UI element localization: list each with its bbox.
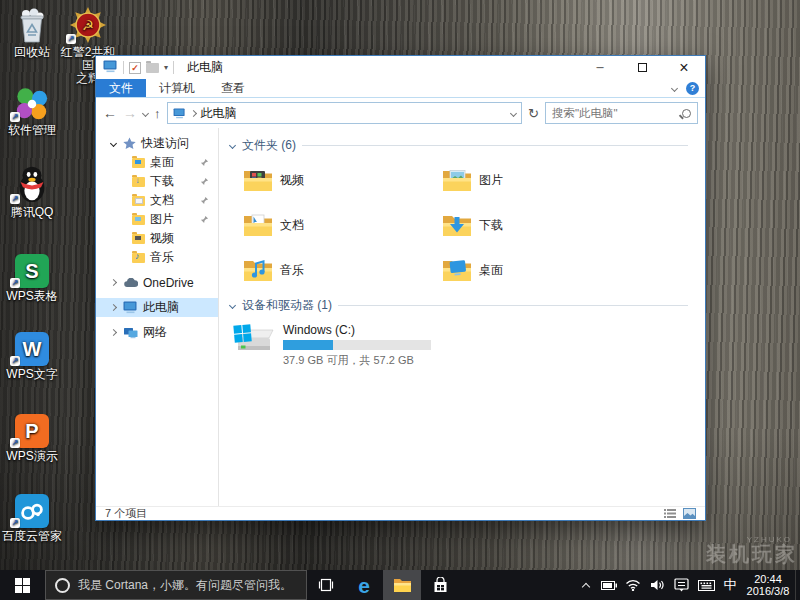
sidebar-item-this-pc[interactable]: 此电脑 [96, 298, 218, 317]
sidebar-item-documents[interactable]: 文档 [96, 191, 218, 210]
drive-tile-windows-c[interactable]: Windows (C:) 37.9 GB 可用，共 57.2 GB [233, 322, 705, 368]
group-rule [302, 145, 688, 146]
clock[interactable]: 20:44 2016/3/8 [741, 570, 795, 600]
battery-button[interactable] [597, 570, 621, 600]
shortcut-arrow-icon [66, 34, 76, 44]
address-bar: ← → ↑ 此电脑 ↻ [96, 98, 705, 128]
start-button[interactable] [0, 570, 45, 600]
this-pc-icon [173, 108, 186, 119]
group-collapse-icon[interactable] [229, 142, 236, 149]
ime-indicator[interactable]: 中 [719, 570, 741, 600]
folder-tile-desktop[interactable]: 桌面 [442, 248, 641, 293]
sidebar-item-quick-access[interactable]: 快速访问 [96, 134, 218, 153]
title-bar[interactable]: ▾ 此电脑 ─ × [96, 56, 705, 79]
keyboard-icon [698, 580, 715, 591]
sidebar-item-music[interactable]: 音乐 [96, 248, 218, 267]
sidebar-item-network[interactable]: 网络 [96, 323, 218, 342]
maximize-button[interactable] [621, 56, 663, 79]
minimize-button[interactable]: ─ [579, 56, 621, 79]
address-dropdown-icon[interactable] [510, 109, 517, 116]
quick-access-star-icon [123, 137, 136, 150]
desktop-icon-label: 软件管理 [1, 124, 63, 137]
group-header-devices[interactable]: 设备和驱动器 (1) [219, 297, 705, 314]
folder-tile-music[interactable]: 音乐 [243, 248, 442, 293]
action-center-button[interactable] [669, 570, 693, 600]
sidebar-item-pictures[interactable]: 图片 [96, 210, 218, 229]
chevron-right-icon[interactable] [109, 329, 116, 336]
breadcrumb-location[interactable]: 此电脑 [201, 105, 237, 122]
help-icon[interactable]: ? [686, 82, 699, 95]
forward-icon: → [123, 106, 137, 120]
volume-button[interactable] [645, 570, 669, 600]
windows-logo-icon [15, 578, 30, 593]
chevron-right-icon[interactable] [109, 279, 116, 286]
music-folder-icon [243, 258, 273, 284]
folder-tile-videos[interactable]: 视频 [243, 158, 442, 203]
file-explorer-button[interactable] [383, 570, 421, 600]
desktop-icon-software-manager[interactable]: 软件管理 [1, 84, 63, 137]
wps-writer-icon: W [1, 328, 63, 366]
desktop-icon-baidu-cloud[interactable]: 百度云管家 [1, 490, 63, 543]
close-button[interactable]: × [663, 56, 705, 79]
file-list-pane: 文件夹 (6) 视频 [219, 128, 705, 506]
pin-icon [200, 215, 209, 224]
videos-folder-icon [132, 234, 145, 244]
touch-keyboard-button[interactable] [693, 570, 719, 600]
sidebar-item-onedrive[interactable]: OneDrive [96, 273, 218, 292]
desktop-icon-wps-sheets[interactable]: S WPS表格 [1, 250, 63, 303]
chevron-down-icon[interactable] [109, 140, 116, 147]
edge-button[interactable]: e [345, 570, 383, 600]
divider [123, 61, 124, 74]
documents-folder-icon [243, 213, 273, 239]
documents-folder-icon [132, 196, 145, 206]
tab-computer[interactable]: 计算机 [146, 79, 208, 97]
chevron-right-icon[interactable] [109, 304, 116, 311]
refresh-icon[interactable]: ↻ [528, 106, 539, 121]
pin-icon [200, 177, 209, 186]
sidebar-item-desktop[interactable]: 桌面 [96, 153, 218, 172]
details-view-icon[interactable] [664, 508, 676, 519]
desktop-icon-wps-writer[interactable]: W WPS文字 [1, 328, 63, 381]
qq-penguin-icon [1, 166, 63, 204]
tab-file[interactable]: 文件 [96, 79, 146, 97]
navigation-pane: 快速访问 桌面 下载 文档 图片 [96, 128, 219, 506]
recent-locations-icon[interactable] [142, 109, 149, 116]
folder-tile-downloads[interactable]: 下载 [442, 203, 641, 248]
cortana-search-box[interactable]: 我是 Cortana，小娜。有问题尽管问我。 [45, 570, 307, 600]
tab-view[interactable]: 查看 [208, 79, 258, 97]
search-icon[interactable] [682, 109, 691, 118]
group-header-folders[interactable]: 文件夹 (6) [219, 137, 705, 154]
show-desktop-button[interactable] [795, 570, 800, 600]
wifi-button[interactable] [621, 570, 645, 600]
task-view-button[interactable] [307, 570, 345, 600]
back-icon[interactable]: ← [103, 106, 117, 120]
group-rule [338, 305, 688, 306]
drive-name: Windows (C:) [283, 323, 431, 337]
store-button[interactable] [421, 570, 459, 600]
new-folder-icon[interactable] [146, 63, 159, 73]
tray-expand-button[interactable] [575, 570, 597, 600]
close-icon: × [679, 60, 688, 76]
properties-check-icon[interactable] [129, 62, 141, 74]
folder-tile-documents[interactable]: 文档 [243, 203, 442, 248]
search-box[interactable] [545, 102, 698, 124]
thumbnail-view-icon[interactable] [683, 508, 696, 519]
sidebar-item-downloads[interactable]: 下载 [96, 172, 218, 191]
breadcrumb[interactable]: 此电脑 [167, 102, 523, 124]
group-collapse-icon[interactable] [229, 302, 236, 309]
folder-tile-pictures[interactable]: 图片 [442, 158, 641, 203]
desktop-icon-recycle-bin[interactable]: 回收站 [1, 6, 63, 59]
desktop-icon-wps-presentation[interactable]: P WPS演示 [1, 410, 63, 463]
ribbon-collapse-icon[interactable] [671, 84, 678, 91]
desktop-icon-tencent-qq[interactable]: 腾讯QQ [1, 166, 63, 219]
breadcrumb-separator-icon [189, 109, 196, 116]
search-input[interactable] [552, 107, 682, 119]
sidebar-item-videos[interactable]: 视频 [96, 229, 218, 248]
desktop-icon-label: WPS表格 [1, 290, 63, 303]
store-icon [432, 577, 449, 594]
quick-access-toolbar-dropdown-icon[interactable]: ▾ [164, 63, 168, 72]
network-icon [123, 327, 138, 339]
cortana-prompt: 我是 Cortana，小娜。有问题尽管问我。 [78, 577, 292, 594]
maximize-icon [638, 63, 647, 72]
up-icon[interactable]: ↑ [154, 106, 161, 121]
